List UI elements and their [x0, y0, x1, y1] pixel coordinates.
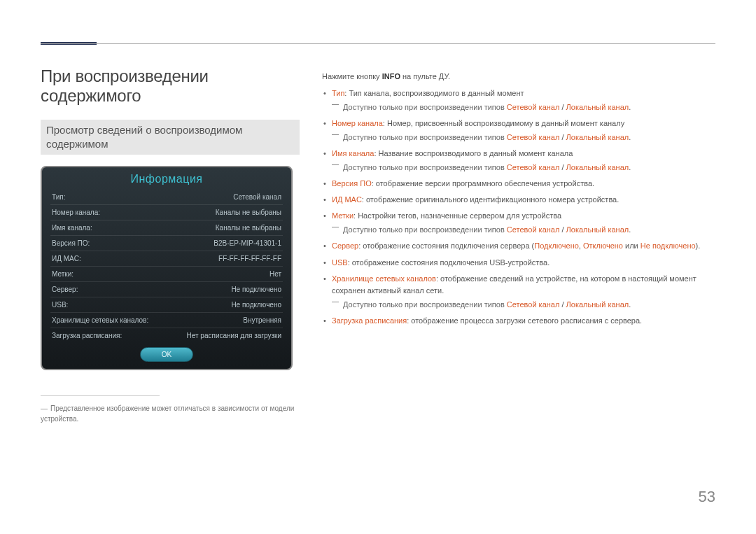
dash-icon — [332, 104, 339, 105]
status-not-connected: Не подключено — [640, 241, 696, 250]
panel-row-label: Номер канала: — [52, 209, 100, 216]
avail-loc: Локальный канал — [566, 133, 629, 141]
item-desc: : Настройки тегов, назначенные сервером … — [354, 211, 561, 220]
intro-post: на пульте ДУ. — [400, 72, 450, 80]
panel-row: Загрузка расписания:Нет расписания для з… — [50, 328, 283, 343]
panel-row-label: Хранилище сетевых каналов: — [52, 316, 148, 324]
avail-end: . — [629, 163, 631, 171]
right-column: Нажмите кнопку INFO на пульте ДУ. Тип: Т… — [322, 66, 715, 424]
avail-pre: Доступно только при воспроизведении типо… — [343, 163, 507, 171]
avail-pre: Доступно только при воспроизведении типо… — [343, 103, 507, 111]
panel-row-value: Сетевой канал — [233, 193, 281, 201]
panel-row: Метки:Нет — [50, 267, 283, 282]
list-item: Хранилище сетевых каналов: отображение с… — [332, 273, 715, 311]
availability-note: Доступно только при воспроизведении типо… — [332, 299, 715, 311]
panel-row-value: Внутренняя — [243, 316, 281, 324]
availability-note: Доступно только при воспроизведении типо… — [332, 224, 715, 236]
ok-button[interactable]: OK — [140, 347, 193, 362]
intro-pre: Нажмите кнопку — [322, 72, 382, 80]
sep: или — [623, 241, 640, 250]
item-desc: : отображение состояния подключения USB-… — [348, 258, 550, 267]
item-term: Метки — [332, 211, 354, 220]
panel-rows: Тип:Сетевой каналНомер канала:Каналы не … — [42, 190, 291, 343]
dash-icon — [332, 302, 339, 302]
list-item: USB: отображение состояния подключения U… — [332, 257, 715, 269]
avail-pre: Доступно только при воспроизведении типо… — [343, 225, 507, 234]
item-desc: : отображение состояния подключения серв… — [358, 241, 534, 250]
info-panel: Информация Тип:Сетевой каналНомер канала… — [41, 166, 293, 370]
list-item: Версия ПО: отображение версии программно… — [332, 178, 715, 190]
availability-note: Доступно только при воспроизведении типо… — [332, 132, 715, 143]
panel-row: Тип:Сетевой канал — [50, 190, 283, 205]
panel-row: Номер канала:Каналы не выбраны — [50, 205, 283, 220]
section-title: Просмотр сведений о воспроизводимом соде… — [41, 120, 300, 155]
item-term: Имя канала — [332, 149, 374, 157]
list-item: Имя канала: Название воспроизводимого в … — [332, 148, 715, 174]
avail-sep: / — [559, 103, 566, 111]
avail-end: . — [629, 300, 631, 309]
panel-row: Версия ПО:B2B-EP-MIP-41301-1 — [50, 236, 283, 251]
panel-row-value: FF-FF-FF-FF-FF-FF — [218, 255, 281, 262]
avail-net: Сетевой канал — [507, 225, 560, 234]
panel-row-label: Версия ПО: — [52, 239, 90, 247]
status-connected: Подключено — [534, 241, 579, 250]
panel-button-wrap: OK — [42, 347, 291, 362]
avail-net: Сетевой канал — [507, 300, 560, 309]
avail-net: Сетевой канал — [507, 103, 560, 111]
list-item: Тип: Тип канала, воспроизводимого в данн… — [332, 87, 715, 113]
item-term: Тип — [332, 89, 344, 97]
footnote: ―Представленное изображение может отлича… — [41, 403, 300, 424]
panel-row: Имя канала:Каналы не выбраны — [50, 220, 283, 236]
avail-pre: Доступно только при воспроизведении типо… — [343, 300, 507, 309]
footnote-rule — [41, 395, 160, 396]
item-term: Номер канала — [332, 119, 383, 127]
list-item: Номер канала: Номер, присвоенный воспрои… — [332, 118, 715, 143]
avail-loc: Локальный канал — [566, 163, 629, 171]
panel-row-label: USB: — [52, 301, 68, 309]
avail-loc: Локальный канал — [566, 225, 629, 234]
panel-row-label: Сервер: — [52, 286, 78, 293]
panel-row-label: Метки: — [52, 270, 74, 278]
avail-loc: Локальный канал — [566, 300, 629, 309]
list-item: Сервер: отображение состояния подключени… — [332, 240, 715, 252]
item-term: Загрузка расписания — [332, 316, 407, 325]
dash-icon — [332, 227, 339, 227]
item-desc: : Название воспроизводимого в данный мом… — [374, 149, 573, 157]
intro-strong: INFO — [382, 72, 400, 80]
panel-row-label: ИД MAC: — [52, 255, 81, 262]
avail-end: . — [629, 103, 631, 111]
avail-pre: Доступно только при воспроизведении типо… — [343, 133, 507, 141]
panel-row-value: Нет расписания для загрузки — [187, 332, 281, 339]
avail-end: . — [629, 225, 631, 234]
avail-net: Сетевой канал — [507, 163, 560, 171]
avail-sep: / — [559, 133, 566, 141]
panel-row-value: Нет — [270, 270, 281, 278]
panel-row-value: Не подключено — [231, 301, 281, 309]
item-term: Хранилище сетевых каналов — [332, 274, 436, 283]
content-area: При воспроизведении содержимого Просмотр… — [41, 66, 715, 424]
item-desc: : Номер, присвоенный воспроизводимому в … — [383, 119, 624, 127]
panel-row: Хранилище сетевых каналов:Внутренняя — [50, 313, 283, 328]
item-desc: : Тип канала, воспроизводимого в данный … — [344, 89, 524, 97]
item-desc: : отображение версии программного обеспе… — [372, 179, 594, 188]
item-term: USB — [332, 258, 348, 267]
panel-row-label: Тип: — [52, 193, 65, 201]
footnote-text: Представленное изображение может отличат… — [41, 405, 294, 423]
item-term: ИД MAC — [332, 195, 362, 204]
panel-row-value: Не подключено — [231, 286, 281, 293]
item-desc: : отображение оригинального идентификаци… — [362, 195, 619, 204]
panel-row: USB:Не подключено — [50, 297, 283, 313]
footnote-dash: ― — [41, 405, 48, 412]
list-item: ИД MAC: отображение оригинального иденти… — [332, 194, 715, 206]
dash-icon — [332, 164, 339, 165]
panel-row: Сервер:Не подключено — [50, 282, 283, 297]
item-desc: : отображение процесса загрузки сетевого… — [407, 316, 642, 325]
description-list: Тип: Тип канала, воспроизводимого в данн… — [322, 87, 715, 327]
panel-row-value: Каналы не выбраны — [216, 224, 281, 232]
panel-row-value: Каналы не выбраны — [216, 209, 281, 216]
dash-icon — [332, 134, 339, 135]
avail-sep: / — [559, 163, 566, 171]
list-item: Метки: Настройки тегов, назначенные серв… — [332, 210, 715, 236]
list-item: Загрузка расписания: отображение процесс… — [332, 315, 715, 327]
availability-note: Доступно только при воспроизведении типо… — [332, 101, 715, 113]
